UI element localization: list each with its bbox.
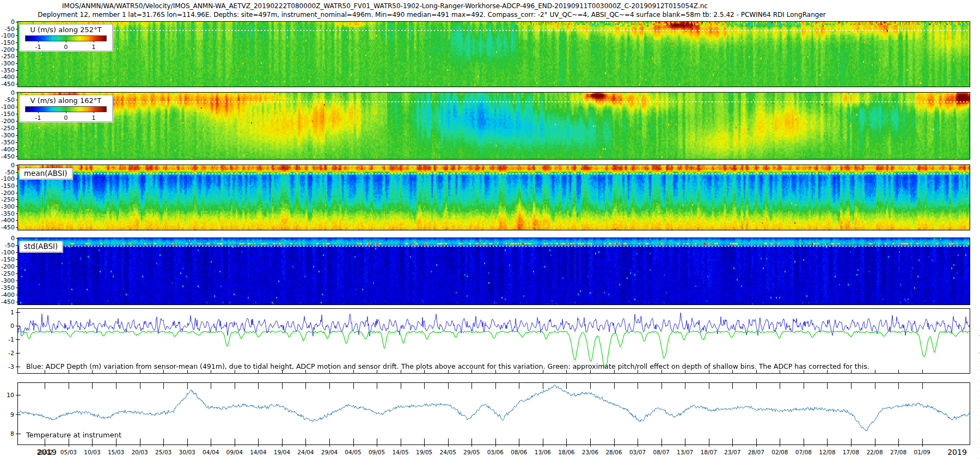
temperature-label: Temperature at instrument: [26, 431, 121, 439]
u-velocity-legend: U (m/s) along 252°T -101: [19, 24, 113, 51]
date-tick-label: 02/08: [771, 449, 788, 455]
depth-tick-label: -400: [1, 74, 15, 81]
date-tick-label: 23/07: [724, 449, 740, 455]
u-velocity-heatmap: [18, 22, 970, 87]
depth-tick-label: -450: [1, 153, 15, 160]
depth-variation-tick-label: 1: [10, 309, 14, 316]
date-tick-label: 23/06: [582, 449, 598, 455]
date-tick-label: 09/04: [226, 449, 243, 455]
depth-tick-label: -50: [5, 96, 15, 103]
depth-tick-label: -150: [1, 39, 15, 46]
u-colorbar: -101: [25, 35, 107, 41]
date-tick-label: 25/03: [155, 449, 171, 455]
date-tick-label: 14/04: [250, 449, 266, 455]
depth-tick-label: 0: [11, 162, 15, 169]
std-absi-label: std(ABSI): [19, 241, 63, 252]
date-tick-label: 18/07: [701, 449, 717, 455]
depth-tick-label: -150: [1, 256, 15, 263]
date-tick-label: 18/06: [558, 449, 574, 455]
date-tick-label: 28/06: [605, 449, 622, 455]
depth-tick-label: -100: [1, 175, 15, 182]
colorbar-tick: [94, 112, 94, 113]
temperature-plot: [18, 383, 970, 444]
depth-tick-label: -150: [1, 111, 15, 118]
v-velocity-legend: V (m/s) along 162°T -101: [19, 95, 113, 122]
temperature-tick-label: 9: [10, 411, 14, 418]
depth-tick-label: 0: [11, 89, 15, 96]
depth-tick-label: -50: [5, 242, 15, 249]
date-tick-label: 05/03: [60, 449, 77, 455]
colorbar-tick: [38, 112, 39, 113]
date-tick-label: 04/04: [203, 449, 219, 455]
mean-absi-heatmap: [18, 165, 970, 230]
date-tick-label: 29/05: [463, 449, 480, 455]
date-tick-label: 14/05: [392, 449, 408, 455]
depth-tick-label: -450: [1, 224, 15, 231]
temperature-tick-label: 8: [10, 430, 14, 437]
depth-tick-label: 0: [11, 19, 15, 26]
depth-variation-tick-label: 0: [10, 322, 14, 330]
date-tick-label: 07/08: [795, 449, 812, 455]
depth-tick-label: -400: [1, 146, 15, 153]
date-tick-label: 10/03: [84, 449, 100, 455]
date-tick-label: 28/02: [36, 449, 53, 455]
date-tick-label: 30/03: [179, 449, 195, 455]
depth-variation-tick-label: -1: [8, 336, 14, 343]
depth-tick-label: -250: [1, 196, 15, 203]
figure: IMOS/ANMN/WA/WATR50/Velocity/IMOS_ANMN-W…: [0, 0, 980, 463]
v-colorbar: -101: [25, 106, 107, 112]
date-tick-label: 08/06: [511, 449, 527, 455]
title-line-2: Deployment 12, member 1 lat=31.76S lon=1…: [38, 11, 825, 19]
colorbar-tick: [66, 41, 66, 42]
colorbar-tick-label: -1: [35, 44, 41, 51]
depth-tick-label: -350: [1, 139, 15, 146]
date-tick-label: 29/04: [321, 449, 338, 455]
date-tick-label: 04/05: [345, 449, 361, 455]
date-tick-label: 01/09: [914, 449, 930, 455]
date-tick-label: 03/06: [487, 449, 504, 455]
depth-tick-label: -100: [1, 249, 15, 256]
depth-tick-label: -200: [1, 118, 15, 125]
title-line-1: IMOS/ANMN/WA/WATR50/Velocity/IMOS_ANMN-W…: [62, 2, 708, 10]
depth-tick-label: -300: [1, 132, 15, 139]
date-tick-label: 22/08: [866, 449, 883, 455]
date-tick-label: 12/08: [819, 449, 835, 455]
colorbar-tick: [38, 41, 39, 42]
depth-tick-label: -100: [1, 32, 15, 39]
depth-tick-label: -300: [1, 277, 15, 284]
std-absi-heatmap: [18, 238, 970, 304]
x-axis-year-right: 2019: [947, 448, 967, 456]
u-velocity-legend-title: U (m/s) along 252°T: [20, 25, 112, 34]
depth-tick-label: -100: [1, 103, 15, 111]
depth-tick-label: -150: [1, 182, 15, 190]
v-velocity-heatmap: [18, 93, 970, 159]
colorbar-tick-label: 0: [64, 114, 68, 121]
depth-tick-label: -200: [1, 263, 15, 270]
colorbar-tick-label: 0: [64, 44, 68, 51]
colorbar-tick-label: 1: [92, 44, 96, 51]
date-tick-label: 24/05: [440, 449, 456, 455]
date-tick-label: 13/06: [535, 449, 551, 455]
depth-variation-tick-label: -3: [8, 363, 14, 370]
depth-tick-label: 0: [11, 235, 15, 242]
depth-variation-tick-label: -2: [8, 350, 14, 357]
depth-tick-label: -250: [1, 270, 15, 277]
date-tick-label: 03/07: [629, 449, 646, 455]
date-tick-label: 17/08: [843, 449, 859, 455]
depth-tick-label: -400: [1, 217, 15, 224]
depth-variation-caption: Blue: ADCP Depth (m) variation from sens…: [26, 362, 869, 370]
colorbar-tick: [66, 112, 66, 113]
temperature-tick-label: 10: [7, 392, 14, 399]
date-tick-label: 13/07: [677, 449, 693, 455]
date-tick-label: 27/08: [890, 449, 906, 455]
date-tick-label: 20/03: [131, 449, 148, 455]
depth-tick-label: -300: [1, 203, 15, 210]
depth-tick-label: -300: [1, 60, 15, 67]
date-tick-label: 09/05: [369, 449, 385, 455]
depth-tick-label: -400: [1, 291, 15, 298]
depth-tick-label: -350: [1, 284, 15, 291]
mean-absi-label: mean(ABSI): [19, 168, 72, 179]
colorbar-tick-label: -1: [35, 114, 41, 121]
colorbar-tick-label: 1: [92, 114, 96, 121]
date-tick-label: 24/04: [297, 449, 314, 455]
